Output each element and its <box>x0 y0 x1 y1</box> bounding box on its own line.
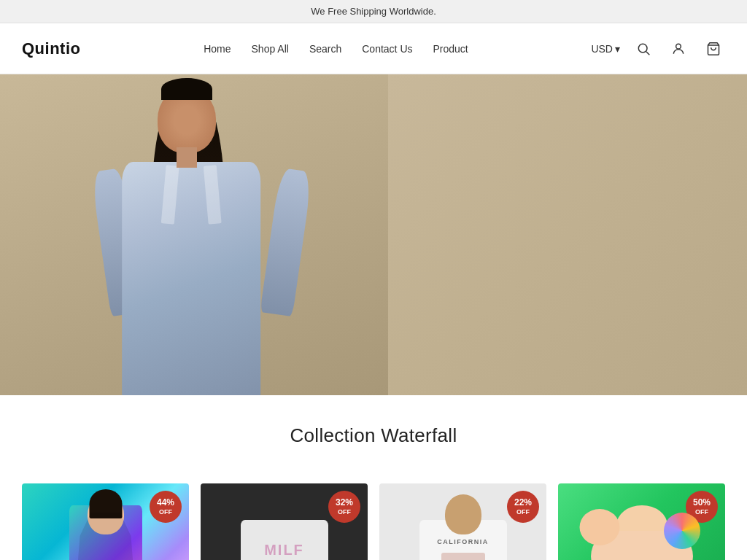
discount-off-2: OFF <box>338 508 351 516</box>
nav-right: USD ▾ <box>591 37 725 61</box>
logo[interactable]: Quintio <box>22 39 80 58</box>
svg-point-0 <box>638 44 647 52</box>
currency-selector[interactable]: USD ▾ <box>591 43 620 55</box>
product-sweatshirt-2: MILF <box>241 520 328 560</box>
hero-model-outfit <box>122 162 260 395</box>
discount-percent-4: 50% <box>693 497 711 508</box>
announcement-bar: We Free Shipping Worldwide. <box>0 0 747 23</box>
hero-outfit-lapel-left <box>161 165 179 224</box>
product-grid: 44% OFF MILF 32% OFF CALIFORNIA 22% OFF <box>0 483 747 560</box>
product-card-4[interactable]: 50% OFF <box>558 483 725 560</box>
product-figure-face-3 <box>445 494 481 534</box>
cart-icon <box>706 42 721 56</box>
cart-icon-button[interactable] <box>702 37 725 61</box>
product-card-3[interactable]: CALIFORNIA 22% OFF <box>379 483 546 560</box>
hero-model-neck <box>177 147 197 168</box>
discount-off-4: OFF <box>695 508 708 516</box>
product-figure-1 <box>69 505 142 560</box>
product-text-california: CALIFORNIA <box>437 538 489 545</box>
hero-right-panel <box>388 74 747 395</box>
currency-label: USD <box>591 43 613 55</box>
discount-badge-1: 44% OFF <box>150 491 182 523</box>
product-baby-head <box>580 509 620 545</box>
nav-home[interactable]: Home <box>204 43 231 55</box>
header: Quintio Home Shop All Search Contact Us … <box>0 23 747 74</box>
search-icon <box>636 42 651 56</box>
hero-model-hair-top <box>161 78 212 100</box>
discount-off-1: OFF <box>159 508 172 516</box>
account-icon <box>671 42 686 56</box>
nav-contact-us[interactable]: Contact Us <box>362 43 412 55</box>
product-figure-hair-1 <box>89 489 122 518</box>
discount-badge-2: 32% OFF <box>328 491 360 523</box>
discount-percent-3: 22% <box>514 497 532 508</box>
product-card-2[interactable]: MILF 32% OFF <box>201 483 368 560</box>
search-icon-button[interactable] <box>632 37 655 61</box>
account-icon-button[interactable] <box>667 37 690 61</box>
product-card-1[interactable]: 44% OFF <box>22 483 189 560</box>
collection-section: Collection Waterfall <box>0 395 747 483</box>
announcement-text: We Free Shipping Worldwide. <box>311 6 436 17</box>
nav-product[interactable]: Product <box>433 43 468 55</box>
nav-search[interactable]: Search <box>309 43 341 55</box>
collection-title: Collection Waterfall <box>22 424 725 447</box>
product-california-graphic <box>441 553 485 560</box>
product-text-milf: MILF <box>241 542 328 559</box>
svg-line-1 <box>646 51 650 55</box>
svg-point-2 <box>676 44 681 49</box>
nav-shop-all[interactable]: Shop All <box>252 43 289 55</box>
main-nav: Home Shop All Search Contact Us Product <box>204 43 468 55</box>
discount-badge-3: 22% OFF <box>507 491 539 523</box>
hero-outfit-lapel-right <box>204 165 222 224</box>
hero-left-panel <box>0 74 388 395</box>
currency-dropdown-arrow: ▾ <box>615 43 620 55</box>
product-baby-toy <box>664 513 700 549</box>
discount-percent-2: 32% <box>336 497 353 508</box>
discount-off-3: OFF <box>516 508 530 516</box>
hero-image <box>0 74 747 395</box>
hero-section <box>0 74 747 395</box>
discount-percent-1: 44% <box>157 497 174 508</box>
